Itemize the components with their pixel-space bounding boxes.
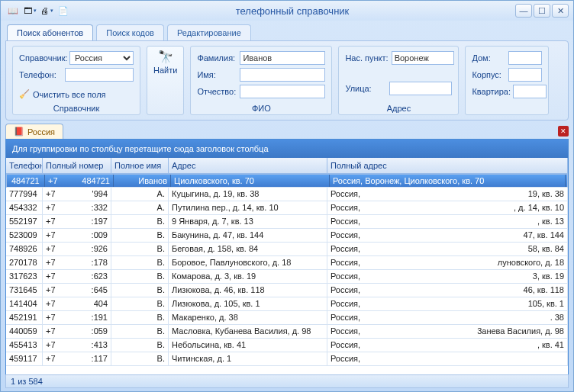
cell: В. <box>111 215 169 228</box>
cell: Россия,105, кв. 1 <box>327 297 568 310</box>
binoculars-icon: 🔭 <box>158 50 173 64</box>
country-tab-label: Россия <box>27 127 55 137</box>
table-row[interactable]: 748926+7:926В.Беговая, д. 158, кв. 84Рос… <box>6 243 568 256</box>
group-house: Дом: Корпус: Квартира: <box>465 46 549 115</box>
label-patronymic: Отчество: <box>197 87 237 96</box>
tab-search-codes[interactable]: Поиск кодов <box>96 24 164 40</box>
phone-input[interactable] <box>65 68 134 82</box>
country-tab[interactable]: 📕 Россия <box>5 124 63 139</box>
main-tabs: Поиск абонентов Поиск кодов Редактирован… <box>1 21 573 40</box>
label-surname: Фамилия: <box>197 53 237 63</box>
tab-edit[interactable]: Редактирование <box>167 24 251 40</box>
cell: А. <box>111 188 169 201</box>
group-fio: Фамилия: Имя: Отчество: ФИО <box>190 46 332 115</box>
view-icon[interactable]: 🗔▾ <box>22 3 37 18</box>
cell: Россия,, кв. 41 <box>327 339 568 352</box>
table-row[interactable]: 452191+7:191В.Макаренко, д. 38Россия,. 3… <box>6 311 568 325</box>
table-row[interactable]: 440059+7:059В.Масловка, Кубанева Василия… <box>6 325 568 339</box>
cell: Беговая, д. 158, кв. 84 <box>169 243 327 255</box>
titlebar: 📖 🗔▾ 🖨▾ 📄 телефонный справочник — ☐ ✕ <box>1 1 573 21</box>
grid-body[interactable]: 484721+7484721ИвановЦиолковского, кв. 70… <box>6 174 568 379</box>
col-phone[interactable]: Телефон <box>6 158 43 173</box>
table-row[interactable]: 777994+7'994А.Куцыгина, д. 19, кв. 38Рос… <box>6 188 568 201</box>
results-grid: Для группировки по столбцу перетащите сю… <box>5 139 569 380</box>
table-row[interactable]: 459117+7:117В.Читинская, д. 1Россия, <box>6 352 568 366</box>
close-button[interactable]: ✕ <box>552 4 569 18</box>
cell: +7'994 <box>43 188 111 201</box>
cell: 455413 <box>6 339 43 352</box>
status-bar: 1 из 584 <box>5 374 569 388</box>
cell: 440059 <box>6 325 43 338</box>
maximize-button[interactable]: ☐ <box>534 4 550 18</box>
table-row[interactable]: 731645+7:645В.Лизюкова, д. 46, кв. 118Ро… <box>6 284 568 297</box>
label-street: Улица: <box>345 84 386 93</box>
close-tab-button[interactable]: ✕ <box>558 126 569 137</box>
tab-search-subscribers[interactable]: Поиск абонентов <box>7 24 93 40</box>
col-full-name[interactable]: Полное имя <box>111 158 169 173</box>
cell: Россия,, д. 14, кв. 10 <box>327 201 568 214</box>
caption-directory: Справочник <box>13 104 140 113</box>
cell: 9 Января, д. 7, кв. 13 <box>169 215 327 228</box>
cell: Россия,46, кв. 118 <box>327 284 568 297</box>
cell: +7:117 <box>43 352 111 365</box>
cell: Небольсина, кв. 41 <box>169 339 327 352</box>
table-row[interactable]: 270178+7:178В.Боровое, Павлуновского, д.… <box>6 256 568 270</box>
cell: Россия,3анева Василия, д. 98 <box>327 325 568 338</box>
korpus-input[interactable] <box>508 68 542 82</box>
house-input[interactable] <box>508 51 542 65</box>
minimize-button[interactable]: — <box>515 4 532 18</box>
cell: В. <box>111 229 169 242</box>
flag-icon: 📕 <box>14 127 24 137</box>
cell: В. <box>111 311 169 324</box>
cell: Россия,47, кв. 144 <box>327 229 568 242</box>
cell: +7:197 <box>43 215 111 228</box>
cell: 777994 <box>6 188 43 201</box>
cell: 454332 <box>6 201 43 214</box>
table-row[interactable]: 484721+7484721ИвановЦиолковского, кв. 70… <box>6 174 568 188</box>
group-directory: Справочник: Россия Телефон: 🧹 Очистить в… <box>12 46 140 115</box>
cell: Путилина пер., д. 14, кв. 10 <box>169 201 327 214</box>
col-full-address[interactable]: Полный адрес <box>327 158 568 173</box>
cell: Читинская, д. 1 <box>169 352 327 365</box>
cell: 484721 <box>8 175 45 187</box>
cell: Макаренко, д. 38 <box>169 311 327 324</box>
cell: +7:645 <box>43 284 111 297</box>
cell: В. <box>111 339 169 352</box>
copy-icon[interactable]: 📄 <box>56 3 71 18</box>
street-input[interactable] <box>389 82 452 95</box>
cell: +7:178 <box>43 256 111 269</box>
cell: Россия,, кв. 13 <box>327 215 568 228</box>
flat-input[interactable] <box>513 85 547 98</box>
window-title: телефонный справочник <box>71 5 514 17</box>
cell: Лизюкова, д. 105, кв. 1 <box>169 297 327 310</box>
col-address[interactable]: Адрес <box>169 158 327 173</box>
cell: +7:623 <box>43 270 111 283</box>
cell: 452191 <box>6 311 43 324</box>
cell: Масловка, Кубанева Василия, д. 98 <box>169 325 327 338</box>
table-row[interactable]: 455413+7:413В.Небольсина, кв. 41Россия,,… <box>6 339 568 352</box>
name-input[interactable] <box>240 68 325 82</box>
label-name: Имя: <box>197 70 237 79</box>
find-button[interactable]: 🔭 Найти <box>147 46 184 115</box>
table-row[interactable]: 552197+7:197В.9 Января, д. 7, кв. 13Росс… <box>6 215 568 229</box>
table-row[interactable]: 141404+7404В.Лизюкова, д. 105, кв. 1Росс… <box>6 297 568 311</box>
cell: +7484721 <box>45 175 114 187</box>
clear-all-link[interactable]: Очистить все поля <box>33 90 106 99</box>
directory-select[interactable]: Россия <box>69 51 134 65</box>
book-icon[interactable]: 📖 <box>5 3 21 18</box>
cell: +7:413 <box>43 339 111 352</box>
table-row[interactable]: 523009+7:009В.Бакунина, д. 47, кв. 144Ро… <box>6 229 568 243</box>
place-input[interactable] <box>392 51 454 65</box>
label-directory: Справочник: <box>19 53 66 63</box>
cell: Комарова, д. 3, кв. 19 <box>169 270 327 283</box>
table-row[interactable]: 317623+7:623В.Комарова, д. 3, кв. 19Росс… <box>6 270 568 284</box>
patronymic-input[interactable] <box>240 85 325 98</box>
cell: +7:009 <box>43 229 111 242</box>
table-row[interactable]: 454332+7:332А.Путилина пер., д. 14, кв. … <box>6 201 568 215</box>
surname-input[interactable] <box>240 51 325 65</box>
group-address: Нас. пункт: Улица: Адрес <box>338 46 459 115</box>
cell: Россия,. 38 <box>327 311 568 324</box>
group-by-hint[interactable]: Для группировки по столбцу перетащите сю… <box>6 140 568 158</box>
print-icon[interactable]: 🖨▾ <box>39 3 54 18</box>
col-full-number[interactable]: Полный номер <box>43 158 111 173</box>
